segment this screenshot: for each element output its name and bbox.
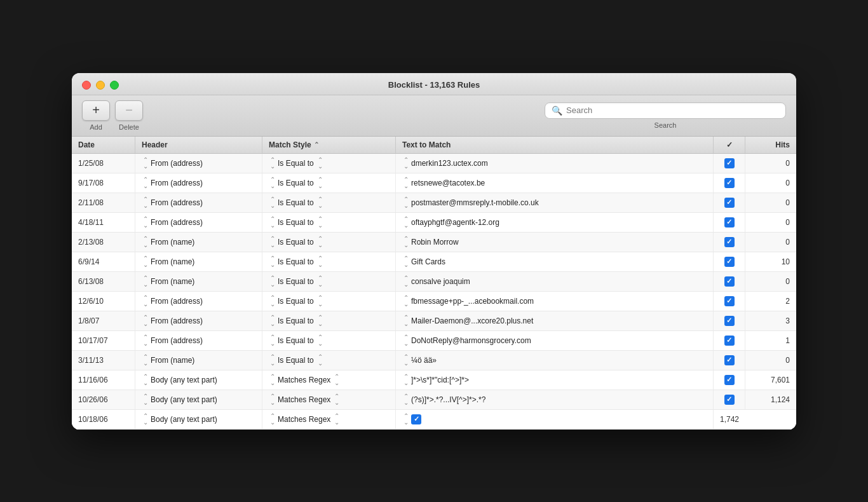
cell-header: ⌃⌄ From (address) <box>135 193 262 212</box>
table-row[interactable]: 12/6/10 ⌃⌄ From (address) ⌃⌄ Is Equal to… <box>72 292 796 311</box>
cell-hits: 1,742 <box>714 410 745 429</box>
cell-header: ⌃⌄ From (name) <box>135 351 262 370</box>
cell-match-style: ⌃⌄ Is Equal to ⌃⌄ <box>262 331 396 350</box>
stepper-icon: ⌃⌄ <box>403 354 409 367</box>
cell-hits: 0 <box>745 154 796 173</box>
cell-date: 2/11/08 <box>72 193 135 212</box>
checkbox-checked[interactable]: ✓ <box>724 296 735 306</box>
stepper-icon: ⌃⌄ <box>270 275 275 288</box>
checkbox-checked[interactable]: ✓ <box>411 414 421 424</box>
cell-checkbox[interactable]: ✓ <box>714 370 745 390</box>
cell-text-to-match: ⌃⌄ (?s)]*>.*?...IV[^>]*>.*? <box>396 390 714 409</box>
cell-date: 10/18/06 <box>72 410 135 429</box>
stepper-icon: ⌃⌄ <box>334 413 339 426</box>
cell-hits: 0 <box>745 213 796 232</box>
col-header-date[interactable]: Date <box>72 137 135 153</box>
stepper-icon: ⌃⌄ <box>318 177 323 189</box>
cell-checkbox[interactable]: ✓ <box>714 292 745 311</box>
delete-button[interactable]: − <box>115 100 143 121</box>
col-header-hits[interactable]: Hits <box>745 137 796 153</box>
cell-hits: 3 <box>745 311 796 330</box>
table-row[interactable]: 10/18/06 ⌃⌄ Body (any text part) ⌃⌄ Matc… <box>72 410 796 430</box>
stepper-icon: ⌃⌄ <box>270 295 275 308</box>
table-row[interactable]: 2/11/08 ⌃⌄ From (address) ⌃⌄ Is Equal to… <box>72 193 796 213</box>
col-header-match-style[interactable]: Match Style ⌃ <box>262 137 396 153</box>
table-row[interactable]: 6/13/08 ⌃⌄ From (name) ⌃⌄ Is Equal to ⌃⌄… <box>72 272 796 292</box>
search-box[interactable]: 🔍 <box>545 102 786 119</box>
col-header-text-to-match[interactable]: Text to Match <box>396 137 714 153</box>
checkbox-checked[interactable]: ✓ <box>724 237 735 247</box>
cell-header: ⌃⌄ From (address) <box>135 213 262 232</box>
cell-match-style: ⌃⌄ Is Equal to ⌃⌄ <box>262 154 396 173</box>
minimize-button[interactable] <box>96 81 105 90</box>
cell-header: ⌃⌄ From (address) <box>135 311 262 330</box>
stepper-icon: ⌃⌄ <box>403 236 409 248</box>
cell-text-to-match: ⌃⌄ fbmessage+pp-_...acebookmail.com <box>396 292 714 311</box>
cell-checkbox[interactable]: ✓ <box>714 233 745 252</box>
table-row[interactable]: 9/17/08 ⌃⌄ From (address) ⌃⌄ Is Equal to… <box>72 173 796 193</box>
checkbox-checked[interactable]: ✓ <box>724 257 735 267</box>
table-row[interactable]: 10/17/07 ⌃⌄ From (address) ⌃⌄ Is Equal t… <box>72 331 796 351</box>
checkbox-checked[interactable]: ✓ <box>724 158 735 168</box>
checkbox-checked[interactable]: ✓ <box>724 395 735 405</box>
cell-text-to-match: ⌃⌄ Mailer-Daemon@...xcore20.plus.net <box>396 311 714 330</box>
checkbox-checked[interactable]: ✓ <box>724 355 735 365</box>
cell-checkbox[interactable]: ✓ <box>714 173 745 193</box>
col-header-checkmark[interactable]: ✓ <box>714 137 745 153</box>
col-header-header[interactable]: Header <box>135 137 262 153</box>
table-row[interactable]: 11/16/06 ⌃⌄ Body (any text part) ⌃⌄ Matc… <box>72 370 796 390</box>
stepper-icon: ⌃⌄ <box>403 177 409 189</box>
cell-checkbox[interactable]: ✓ <box>714 154 745 173</box>
cell-hits: 1,124 <box>745 390 796 409</box>
checkbox-checked[interactable]: ✓ <box>724 217 735 227</box>
table-row[interactable]: 10/26/06 ⌃⌄ Body (any text part) ⌃⌄ Matc… <box>72 390 796 410</box>
stepper-icon: ⌃⌄ <box>270 255 275 268</box>
maximize-button[interactable] <box>110 81 119 90</box>
cell-date: 3/11/13 <box>72 351 135 370</box>
stepper-icon: ⌃⌄ <box>403 196 409 209</box>
stepper-icon: ⌃⌄ <box>318 354 323 367</box>
cell-date: 4/18/11 <box>72 213 135 232</box>
cell-checkbox[interactable]: ✓ <box>714 390 745 409</box>
stepper-icon: ⌃⌄ <box>143 157 148 170</box>
checkbox-checked[interactable]: ✓ <box>724 336 735 346</box>
traffic-lights <box>82 81 119 90</box>
stepper-icon: ⌃⌄ <box>270 354 275 367</box>
cell-hits: 0 <box>745 233 796 252</box>
cell-checkbox[interactable]: ✓ <box>714 351 745 370</box>
cell-checkbox[interactable]: ✓ <box>714 193 745 212</box>
cell-checkbox[interactable]: ✓ <box>714 311 745 330</box>
cell-checkbox[interactable]: ✓ <box>714 252 745 271</box>
table-row[interactable]: 1/25/08 ⌃⌄ From (address) ⌃⌄ Is Equal to… <box>72 154 796 173</box>
cell-header: ⌃⌄ From (name) <box>135 272 262 291</box>
close-button[interactable] <box>82 81 91 90</box>
cell-checkbox[interactable]: ✓ <box>714 213 745 232</box>
checkbox-checked[interactable]: ✓ <box>724 178 735 188</box>
table-row[interactable]: 1/8/07 ⌃⌄ From (address) ⌃⌄ Is Equal to … <box>72 311 796 331</box>
cell-text-to-match: ⌃⌄ Gift Cards <box>396 252 714 271</box>
table-row[interactable]: 2/13/08 ⌃⌄ From (name) ⌃⌄ Is Equal to ⌃⌄… <box>72 233 796 252</box>
checkbox-checked[interactable]: ✓ <box>724 316 735 326</box>
cell-hits: 0 <box>745 173 796 193</box>
checkbox-checked[interactable]: ✓ <box>724 276 735 287</box>
stepper-icon: ⌃⌄ <box>143 374 148 386</box>
stepper-icon: ⌃⌄ <box>270 236 275 248</box>
cell-date: 6/13/08 <box>72 272 135 291</box>
checkbox-checked[interactable]: ✓ <box>724 198 735 208</box>
stepper-icon: ⌃⌄ <box>318 216 323 229</box>
cell-text-to-match: ⌃⌄ consalve joaquim <box>396 272 714 291</box>
cell-header: ⌃⌄ From (address) <box>135 292 262 311</box>
table-row[interactable]: 6/9/14 ⌃⌄ From (name) ⌃⌄ Is Equal to ⌃⌄ … <box>72 252 796 272</box>
search-icon: 🔍 <box>552 105 562 116</box>
table-row[interactable]: 4/18/11 ⌃⌄ From (address) ⌃⌄ Is Equal to… <box>72 213 796 233</box>
table-row[interactable]: 3/11/13 ⌃⌄ From (name) ⌃⌄ Is Equal to ⌃⌄… <box>72 351 796 370</box>
cell-checkbox[interactable]: ✓ <box>714 272 745 291</box>
cell-header: ⌃⌄ From (name) <box>135 233 262 252</box>
toolbar-buttons: + − <box>82 100 143 121</box>
cell-text-to-match: ⌃⌄ Robin Morrow <box>396 233 714 252</box>
cell-checkbox[interactable]: ✓ <box>714 331 745 350</box>
checkbox-checked[interactable]: ✓ <box>724 375 735 385</box>
add-button[interactable]: + <box>82 100 110 121</box>
search-input[interactable] <box>566 105 779 115</box>
stepper-icon: ⌃⌄ <box>270 196 275 209</box>
